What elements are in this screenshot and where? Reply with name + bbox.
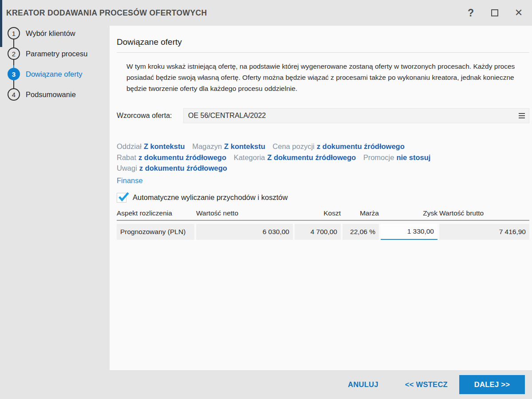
footer-bar: ANULUJ << WSTECZ DALEJ >> xyxy=(0,370,532,399)
setting-promocje-value[interactable]: nie stosuj xyxy=(396,153,430,161)
setting-magazyn: MagazynZ kontekstu xyxy=(192,142,265,150)
table-row-prognozowany: Prognozowany (PLN) 6 030,00 4 700,00 22,… xyxy=(117,224,529,240)
header-aspekt: Aspekt rozliczenia xyxy=(117,209,194,217)
step-label: Podsumowanie xyxy=(26,88,76,101)
step-item-wybor-klientow[interactable]: 1 Wybór klientów xyxy=(0,27,110,47)
setting-rabat: Rabatz dokumentu źródłowego xyxy=(117,153,226,161)
window-body: 1 Wybór klientów 2 Parametry procesu 3 D… xyxy=(0,26,532,370)
content-panel: Dowiązane oferty W tym kroku wskaż istni… xyxy=(110,26,532,370)
cell-wartosc-brutto[interactable]: 7 416,90 xyxy=(439,224,529,240)
auto-calc-row: Automatyczne wyliczanie przychodów i kos… xyxy=(117,193,529,203)
finance-table: Aspekt rozliczenia Wartość netto Koszt M… xyxy=(117,209,529,240)
offer-settings-links: OddziałZ kontekstu MagazynZ kontekstu Ce… xyxy=(117,141,529,174)
header-wartosc-brutto: Wartość brutto xyxy=(439,209,529,217)
finanse-section-link[interactable]: Finanse xyxy=(117,176,143,185)
setting-kategoria-value[interactable]: Z dokumentu źródłowego xyxy=(267,153,356,161)
header-marza: Marża xyxy=(343,209,379,217)
cell-aspekt: Prognozowany (PLN) xyxy=(117,224,194,240)
setting-kategoria: KategoriaZ dokumentu źródłowego xyxy=(234,153,356,161)
cell-wartosc-netto[interactable]: 6 030,00 xyxy=(196,224,293,240)
step-number-badge: 2 xyxy=(8,47,20,60)
settings-line: Uwagiz dokumentu źródłowego xyxy=(117,163,529,174)
setting-cena-pozycji-value[interactable]: z dokumentu źródłowego xyxy=(317,142,405,150)
wizard-steps-sidebar: 1 Wybór klientów 2 Parametry procesu 3 D… xyxy=(0,26,110,370)
step-label: Parametry procesu xyxy=(26,47,87,60)
help-button[interactable]: ? xyxy=(465,6,477,20)
cell-zysk-focused[interactable]: 1 330,00 xyxy=(381,224,437,240)
template-offer-field xyxy=(183,108,529,123)
step-number-badge: 4 xyxy=(8,88,20,101)
step-description: W tym kroku wskaż istniejącą ofertę, na … xyxy=(126,61,529,94)
setting-rabat-value[interactable]: z dokumentu źródłowego xyxy=(138,153,226,161)
close-icon: ✕ xyxy=(515,7,523,19)
window-title: KREATOR DODAWANIA PROCESÓW OFERTOWYCH xyxy=(6,8,207,18)
template-offer-row: Wzorcowa oferta: xyxy=(117,108,529,123)
maximize-button[interactable] xyxy=(489,6,501,20)
cell-koszt[interactable]: 4 700,00 xyxy=(295,224,341,240)
finance-table-header: Aspekt rozliczenia Wartość netto Koszt M… xyxy=(117,209,529,221)
step-label: Dowiązane oferty xyxy=(26,68,82,80)
cell-marza[interactable]: 22,06 % xyxy=(343,224,379,240)
setting-magazyn-value[interactable]: Z kontekstu xyxy=(224,142,265,150)
step-item-parametry-procesu[interactable]: 2 Parametry procesu xyxy=(0,47,110,68)
setting-uwagi-value[interactable]: z dokumentu źródłowego xyxy=(139,164,227,172)
step-number-badge: 3 xyxy=(8,68,20,80)
offer-picker-menu-icon[interactable] xyxy=(519,113,525,118)
setting-oddzial-value[interactable]: Z kontekstu xyxy=(144,142,185,150)
header-wartosc-netto: Wartość netto xyxy=(196,209,293,217)
setting-promocje: Promocjenie stosuj xyxy=(363,153,431,161)
titlebar-buttons: ? ✕ xyxy=(465,6,532,20)
setting-cena-pozycji: Cena pozycjiz dokumentu źródłowego xyxy=(272,142,404,150)
wizard-window: KREATOR DODAWANIA PROCESÓW OFERTOWYCH ? … xyxy=(0,0,532,399)
header-koszt: Koszt xyxy=(295,209,341,217)
checkmark-icon xyxy=(118,191,129,203)
header-zysk: Zysk xyxy=(381,209,437,217)
settings-line: Rabatz dokumentu źródłowego KategoriaZ d… xyxy=(117,152,529,163)
step-number-badge: 1 xyxy=(8,27,20,39)
step-item-dowiazane-oferty[interactable]: 3 Dowiązane oferty xyxy=(0,68,110,88)
settings-line: OddziałZ kontekstu MagazynZ kontekstu Ce… xyxy=(117,141,529,152)
maximize-icon xyxy=(491,9,498,16)
setting-oddzial: OddziałZ kontekstu xyxy=(117,142,185,150)
cancel-button[interactable]: ANULUJ xyxy=(348,380,378,389)
close-button[interactable]: ✕ xyxy=(512,6,525,20)
step-item-podsumowanie[interactable]: 4 Podsumowanie xyxy=(0,88,110,109)
auto-calc-label: Automatyczne wyliczanie przychodów i kos… xyxy=(133,193,288,202)
back-button[interactable]: << WSTECZ xyxy=(405,380,448,389)
setting-uwagi: Uwagiz dokumentu źródłowego xyxy=(117,164,227,172)
template-offer-input[interactable] xyxy=(183,108,529,123)
next-button[interactable]: DALEJ >> xyxy=(459,375,525,394)
template-offer-label: Wzorcowa oferta: xyxy=(117,112,183,120)
page-title: Dowiązane oferty xyxy=(117,37,529,53)
auto-calc-checkbox[interactable] xyxy=(117,193,126,203)
titlebar: KREATOR DODAWANIA PROCESÓW OFERTOWYCH ? … xyxy=(0,0,532,26)
step-label: Wybór klientów xyxy=(26,27,75,39)
help-icon: ? xyxy=(468,7,474,19)
